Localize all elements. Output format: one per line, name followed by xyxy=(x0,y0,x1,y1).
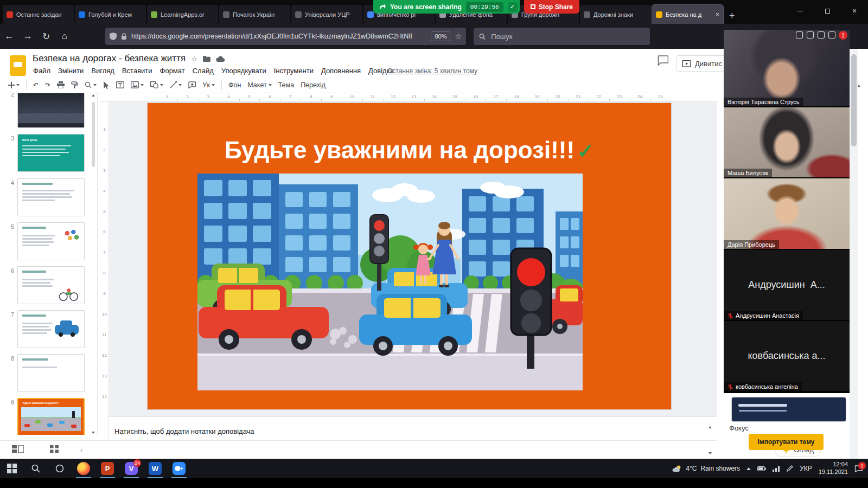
present-button[interactable]: Дивитис xyxy=(676,55,728,72)
tray-expand-icon[interactable] xyxy=(746,467,751,470)
transition-button[interactable]: Перехід xyxy=(298,80,328,91)
canvas-scroll-down-icon[interactable] xyxy=(709,449,712,455)
theme-panel-scrollbar[interactable] xyxy=(850,49,858,459)
thumbnail-row[interactable]: 4 xyxy=(3,178,85,216)
start-button[interactable] xyxy=(0,459,24,478)
menu-item-змінити[interactable]: Змінити xyxy=(54,65,87,76)
menu-item-вставити[interactable]: Вставити xyxy=(118,65,156,76)
thumbnail-row[interactable]: 6 xyxy=(3,266,85,304)
menu-item-інструменти[interactable]: Інструменти xyxy=(270,65,317,76)
menu-item-формат[interactable]: Формат xyxy=(156,65,189,76)
stop-share-button[interactable]: Stop Share xyxy=(524,0,579,14)
insert-comment-button[interactable] xyxy=(186,80,199,90)
new-tab-button[interactable]: + xyxy=(724,8,741,24)
task-view-button[interactable] xyxy=(48,459,72,478)
text-box-button[interactable] xyxy=(113,80,127,90)
select-cursor-button[interactable] xyxy=(100,80,112,91)
import-theme-button[interactable]: Імпортувати тему xyxy=(749,434,824,450)
taskbar-firefox[interactable] xyxy=(72,459,95,478)
search-bar[interactable] xyxy=(474,28,650,45)
reload-icon[interactable]: ↻ xyxy=(37,31,55,42)
taskbar-zoom[interactable] xyxy=(167,459,191,478)
participant-novideo-tile[interactable]: Андрусишин А... Андрусишин Анастасія xyxy=(724,250,850,321)
input-tools-button[interactable]: Yк xyxy=(200,80,218,91)
speaker-notes[interactable]: Натисніть, щоб додати нотатки доповідача xyxy=(109,422,717,440)
slide-canvas[interactable]: Будьте уважними на дорозі!!!✓ xyxy=(109,102,717,416)
slide-thumbnail[interactable] xyxy=(17,222,85,260)
last-edit-link[interactable]: Остання зміна: 5 хвилин тому xyxy=(387,67,477,75)
new-slide-button[interactable] xyxy=(5,80,22,90)
participant-video-tile[interactable]: Маша Билусяк xyxy=(724,107,850,178)
thumbnail-row[interactable]: 8 xyxy=(3,354,85,392)
collapse-filmstrip-icon[interactable]: ‹ xyxy=(80,446,83,454)
url-bar[interactable]: https://docs.google.com/presentation/d/1… xyxy=(105,28,466,45)
browser-tab[interactable]: Безпека на д× xyxy=(652,5,723,24)
thumbnail-row[interactable]: 5 xyxy=(3,222,85,260)
slides-logo-icon[interactable] xyxy=(10,55,26,76)
forward-icon[interactable]: → xyxy=(18,31,37,42)
insert-image-button[interactable] xyxy=(128,80,146,90)
slide-title[interactable]: Будьте уважними на дорозі!!!✓ xyxy=(148,137,671,164)
zoom-gallery-icon[interactable] xyxy=(796,31,803,38)
insert-shape-button[interactable] xyxy=(148,80,166,90)
thumbnail-row[interactable]: 2 xyxy=(3,93,85,128)
pen-icon[interactable] xyxy=(787,465,793,472)
cloud-status-icon[interactable] xyxy=(216,56,225,62)
shield-icon[interactable] xyxy=(110,33,117,40)
zoom-tool-button[interactable] xyxy=(82,80,99,90)
taskbar-clock[interactable]: 12:04 19.11.2021 xyxy=(819,461,848,476)
scroll-up-icon[interactable] xyxy=(92,94,95,97)
slide-thumbnail[interactable] xyxy=(17,310,85,348)
participant-novideo-tile[interactable]: ковбасинська а... ковбасинська ангеліна xyxy=(724,321,850,392)
menu-item-упорядкувати[interactable]: Упорядкувати xyxy=(218,65,270,76)
taskbar-search-button[interactable] xyxy=(24,459,48,478)
taskbar-word[interactable] xyxy=(143,459,167,478)
zoom-pin-icon[interactable] xyxy=(818,31,825,38)
grid-view-icon[interactable] xyxy=(50,445,59,455)
browser-tab[interactable]: Початок Україн× xyxy=(219,5,290,24)
scroll-down-icon[interactable] xyxy=(92,432,95,434)
undo-button[interactable]: ↶ xyxy=(30,80,41,91)
taskbar-powerpoint[interactable] xyxy=(95,459,119,478)
taskbar-viber[interactable]: 24 xyxy=(119,459,143,478)
thumbnail-row[interactable]: 9 Будьте уважними на дорозі!!! xyxy=(3,398,85,435)
language-indicator[interactable]: УКР xyxy=(800,465,812,472)
layout-button[interactable]: Макет xyxy=(245,80,274,91)
menu-item-слайд[interactable]: Слайд xyxy=(189,65,218,76)
slide-thumbnail-selected[interactable]: Будьте уважними на дорозі!!! xyxy=(17,398,85,435)
thumbnail-row[interactable]: 7 xyxy=(3,310,85,348)
doc-title[interactable]: Безпека на дорогах - безпека життя xyxy=(33,53,186,64)
background-button[interactable]: Фон xyxy=(226,80,244,91)
thumbnail-row[interactable]: 3 Мета уроку xyxy=(3,134,85,172)
paint-format-button[interactable] xyxy=(68,80,81,90)
notes-placeholder[interactable]: Натисніть, щоб додати нотатки доповідача xyxy=(114,427,254,435)
tab-close-icon[interactable]: × xyxy=(715,10,719,18)
folder-icon[interactable] xyxy=(203,56,210,62)
slide-thumbnail[interactable] xyxy=(17,93,85,128)
theme-button[interactable]: Тема xyxy=(276,80,297,91)
bookmark-star-icon[interactable]: ☆ xyxy=(455,32,462,41)
browser-tab[interactable]: Останнє засідан× xyxy=(3,5,74,24)
street-scene-illustration[interactable] xyxy=(197,174,583,390)
current-slide[interactable]: Будьте уважними на дорозі!!!✓ xyxy=(148,103,671,409)
browser-tab[interactable]: LearningApps.or× xyxy=(147,5,218,24)
participant-video-tile[interactable]: Дарія Приборець xyxy=(724,178,850,250)
minimize-button[interactable] xyxy=(787,0,814,22)
zoom-more-icon[interactable] xyxy=(828,31,835,38)
page-zoom-badge[interactable]: 80% xyxy=(431,31,450,41)
battery-icon[interactable] xyxy=(757,466,766,471)
redo-button[interactable]: ↷ xyxy=(42,80,53,91)
participant-video-tile[interactable]: Вікторія Тарасівна Струсь xyxy=(724,30,850,107)
close-button[interactable]: × xyxy=(841,0,868,22)
lock-icon[interactable] xyxy=(121,33,127,40)
search-input[interactable] xyxy=(490,32,644,41)
maximize-button[interactable] xyxy=(814,0,841,22)
taskbar-weather[interactable]: 4°C Rain showers xyxy=(672,465,740,472)
print-button[interactable] xyxy=(54,80,67,90)
star-doc-icon[interactable]: ☆ xyxy=(191,55,197,63)
zoom-toolbar[interactable] xyxy=(796,31,835,38)
canvas-scroll-up-icon[interactable] xyxy=(709,423,712,429)
filmstrip-scrollbar[interactable] xyxy=(91,94,96,434)
slide-thumbnail[interactable] xyxy=(17,266,85,304)
action-center-icon[interactable]: 1 xyxy=(854,465,863,472)
